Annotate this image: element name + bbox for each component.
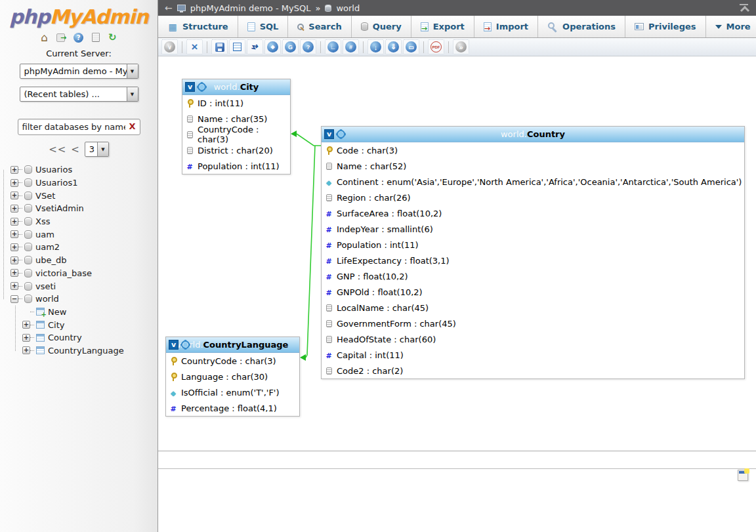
- column-row-Capital[interactable]: Capital : int(11): [322, 347, 744, 363]
- toolbar-frame-button[interactable]: [403, 39, 419, 54]
- tree-item-uam2[interactable]: +uam2: [10, 241, 158, 254]
- tree-item-Usuarios1[interactable]: +Usuarios1: [10, 176, 158, 190]
- column-row-Population[interactable]: Population : int(11): [322, 237, 744, 253]
- filter-databases-input[interactable]: [18, 119, 140, 135]
- docs-icon[interactable]: [92, 33, 100, 42]
- expand-node-icon[interactable]: +: [22, 346, 30, 354]
- column-row-CountryCode[interactable]: CountryCode : char(3): [182, 127, 290, 142]
- server-select[interactable]: phpMyAdmin demo - My: [20, 64, 138, 79]
- column-row-SurfaceArea[interactable]: SurfaceArea : float(10,2): [322, 205, 744, 221]
- column-row-IsOfficial[interactable]: IsOfficial : enum('T','F'): [166, 384, 299, 400]
- expand-node-icon[interactable]: +: [10, 179, 18, 187]
- tab-structure[interactable]: Structure: [158, 16, 238, 37]
- table-header-Country[interactable]: vworld.Country: [322, 127, 744, 142]
- table-options-gear-icon[interactable]: [337, 130, 345, 138]
- column-row-Population[interactable]: Population : int(11): [182, 158, 290, 174]
- tab-sql[interactable]: SQL: [238, 16, 289, 37]
- tab-query[interactable]: Query: [352, 16, 411, 37]
- expand-node-icon[interactable]: +: [10, 269, 18, 277]
- column-row-CountryCode[interactable]: CountryCode : char(3): [166, 353, 299, 369]
- toolbar-forward-button[interactable]: [453, 39, 469, 54]
- tab-privileges[interactable]: Privileges: [625, 16, 705, 37]
- table-options-gear-icon[interactable]: [181, 340, 190, 349]
- toolbar-save-button[interactable]: [211, 39, 228, 54]
- column-row-GNPOld[interactable]: GNPOld : float(10,2): [322, 284, 744, 300]
- tree-item-victoria_base[interactable]: +victoria_base: [10, 267, 158, 280]
- column-row-LocalName[interactable]: LocalName : char(45): [322, 300, 744, 316]
- tree-item-vseti[interactable]: +vseti: [10, 279, 158, 293]
- column-row-Code[interactable]: Code : char(3): [322, 142, 744, 158]
- window-icon[interactable]: [738, 470, 748, 481]
- tree-item-VsetiAdmin[interactable]: +VsetiAdmin: [10, 202, 158, 215]
- view-badge-icon[interactable]: v: [185, 82, 195, 92]
- toolbar-angle-link-button[interactable]: [325, 39, 341, 54]
- tree-item-City[interactable]: +City: [10, 318, 158, 331]
- expand-node-icon[interactable]: +: [10, 166, 18, 174]
- expand-node-icon[interactable]: +: [10, 256, 18, 264]
- expand-node-icon[interactable]: +: [22, 321, 30, 329]
- tab-export[interactable]: Export: [411, 16, 474, 37]
- column-row-HeadOfState[interactable]: HeadOfState : char(60): [322, 331, 744, 347]
- column-row-Code2[interactable]: Code2 : char(2): [322, 363, 744, 379]
- toolbar-collapse-button[interactable]: [161, 39, 178, 54]
- logout-icon[interactable]: [56, 33, 65, 42]
- column-row-District[interactable]: District : char(20): [182, 142, 290, 158]
- tree-item-VSet[interactable]: +VSet: [10, 189, 158, 202]
- column-row-Continent[interactable]: Continent : enum('Asia','Europe','North …: [322, 174, 744, 190]
- recent-tables-select[interactable]: (Recent tables) ...: [20, 87, 138, 102]
- tree-item-CountryLanguage[interactable]: +CountryLanguage: [10, 344, 158, 358]
- titlebar-server-title[interactable]: phpMyAdmin demo - MySQL: [190, 3, 311, 13]
- tree-item-ube_db[interactable]: +ube_db: [10, 254, 158, 267]
- column-row-LifeExpectancy[interactable]: LifeExpectancy : float(3,1): [322, 253, 744, 268]
- toolbar-grid-button[interactable]: [343, 39, 359, 54]
- tree-item-New[interactable]: New: [10, 306, 158, 319]
- expand-node-icon[interactable]: +: [10, 243, 18, 251]
- column-row-Region[interactable]: Region : char(26): [322, 190, 744, 205]
- column-row-Language[interactable]: Language : char(30): [166, 369, 299, 384]
- column-row-Name[interactable]: Name : char(52): [322, 158, 744, 174]
- filter-clear-icon[interactable]: X: [129, 121, 135, 131]
- table-options-gear-icon[interactable]: [198, 83, 206, 91]
- column-row-Percentage[interactable]: Percentage : float(4,1): [166, 400, 299, 416]
- tab-operations[interactable]: Operations: [538, 16, 625, 37]
- refresh-icon[interactable]: ↻: [108, 33, 117, 43]
- tree-item-Country[interactable]: +Country: [10, 331, 158, 344]
- page-select[interactable]: 3: [85, 142, 109, 157]
- view-badge-icon[interactable]: v: [169, 340, 178, 350]
- collapse-titlebar-icon[interactable]: [739, 3, 749, 12]
- toolbar-properties-button[interactable]: [229, 39, 245, 54]
- tab-more[interactable]: More: [706, 16, 756, 37]
- toolbar-relation-button[interactable]: [247, 39, 263, 54]
- expand-node-icon[interactable]: +: [10, 282, 18, 290]
- pager-back[interactable]: <: [71, 144, 80, 155]
- column-row-ID[interactable]: ID : int(11): [182, 95, 290, 111]
- toolbar-arrow-down-button[interactable]: [368, 39, 384, 54]
- toolbar-display-field-button[interactable]: [264, 39, 281, 54]
- toolbar-arrow-down-bar-button[interactable]: [385, 39, 402, 54]
- pager-fast-back[interactable]: <<: [49, 144, 66, 155]
- recent-tables-arrow-icon[interactable]: [127, 87, 138, 101]
- tab-search[interactable]: Search: [288, 16, 351, 37]
- collapse-node-icon[interactable]: −: [10, 295, 18, 303]
- column-row-GNP[interactable]: GNP : float(10,2): [322, 268, 744, 284]
- page-select-arrow-icon[interactable]: [97, 142, 108, 156]
- expand-node-icon[interactable]: +: [10, 218, 18, 226]
- tree-item-world[interactable]: −world: [10, 293, 158, 306]
- toolbar-pdf-button[interactable]: [428, 39, 444, 54]
- toolbar-snap-grid-button[interactable]: [282, 39, 299, 54]
- expand-node-icon[interactable]: +: [10, 192, 18, 199]
- column-row-IndepYear[interactable]: IndepYear : smallint(6): [322, 221, 744, 237]
- table-header-City[interactable]: vworld.City: [182, 79, 290, 95]
- tree-item-Xss[interactable]: +Xss: [10, 215, 158, 228]
- table-header-CountryLanguage[interactable]: vworld.CountryLanguage: [166, 337, 299, 353]
- toolbar-fullscreen-button[interactable]: [186, 39, 203, 54]
- titlebar-database-name[interactable]: world: [336, 3, 360, 13]
- view-badge-icon[interactable]: v: [324, 129, 334, 139]
- back-arrow-icon[interactable]: ←: [165, 3, 173, 12]
- expand-node-icon[interactable]: +: [22, 334, 30, 342]
- toolbar-help-button[interactable]: [300, 39, 316, 54]
- column-row-GovernmentForm[interactable]: GovernmentForm : char(45): [322, 316, 744, 331]
- server-select-arrow-icon[interactable]: [127, 64, 138, 78]
- tab-import[interactable]: Import: [474, 16, 538, 37]
- home-icon[interactable]: ⌂: [41, 32, 48, 43]
